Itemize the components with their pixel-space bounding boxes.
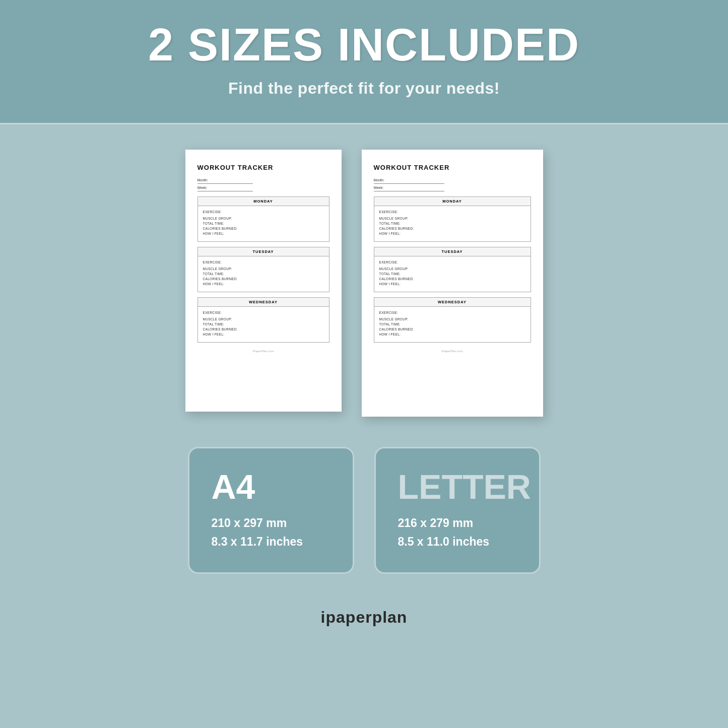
paper-right-monday: MONDAY EXERCISE: MUSCLE GROUP: TOTAL TIM… [374,196,531,242]
wednesday-header-right: WEDNESDAY [374,298,531,307]
footer: ipaperplan [0,599,728,636]
tuesday-content-left: EXERCISE: MUSCLE GROUP: TOTAL TIME: CALO… [198,256,329,292]
brand-name: ipaperplan [9,608,719,627]
paper-left-week: Week: [197,186,253,191]
letter-dimensions: 216 x 279 mm 8.5 x 11.0 inches [398,514,517,551]
tuesday-header-left: TUESDAY [198,247,329,256]
paper-right-title: WORKOUT TRACKER [374,164,531,171]
wednesday-header-left: WEDNESDAY [198,298,329,307]
paper-right-week: Week: [374,186,444,191]
a4-dim2: 8.3 x 11.7 inches [212,535,303,548]
banner-title: 2 SIZES INCLUDED [30,20,698,70]
paper-mockup-a4: WORKOUT TRACKER Month: Week: MONDAY EXER… [185,150,342,412]
paper-right-fields: Month: Week: [374,178,531,191]
letter-dim2: 8.5 x 11.0 inches [398,535,490,548]
monday-content-left: EXERCISE: MUSCLE GROUP: TOTAL TIME: CALO… [198,206,329,241]
tuesday-header-right: TUESDAY [374,247,531,256]
top-banner: 2 SIZES INCLUDED Find the perfect fit fo… [0,0,728,124]
paper-left-fields: Month: Week: [197,178,329,191]
size-card-a4: A4 210 x 297 mm 8.3 x 11.7 inches [188,447,354,574]
paper-right-wednesday: WEDNESDAY EXERCISE: MUSCLE GROUP: TOTAL … [374,297,531,343]
paper-left-monday: MONDAY EXERCISE: MUSCLE GROUP: TOTAL TIM… [197,196,329,242]
tuesday-content-right: EXERCISE: MUSCLE GROUP: TOTAL TIME: CALO… [374,256,531,292]
paper-left-month: Month: [197,178,253,184]
a4-title: A4 [212,470,330,504]
letter-title: LETTER [398,470,517,504]
monday-content-right: EXERCISE: MUSCLE GROUP: TOTAL TIME: CALO… [374,206,531,241]
monday-header-right: MONDAY [374,197,531,206]
size-cards-section: A4 210 x 297 mm 8.3 x 11.7 inches LETTER… [0,437,728,599]
paper-left-footer: iPaperPlan.com [197,350,329,353]
letter-dim1: 216 x 279 mm [398,516,474,530]
paper-right-month: Month: [374,178,444,184]
paper-mockups-section: WORKOUT TRACKER Month: Week: MONDAY EXER… [0,124,728,437]
paper-left-tuesday: TUESDAY EXERCISE: MUSCLE GROUP: TOTAL TI… [197,247,329,292]
paper-left-wednesday: WEDNESDAY EXERCISE: MUSCLE GROUP: TOTAL … [197,297,329,343]
size-card-letter: LETTER 216 x 279 mm 8.5 x 11.0 inches [374,447,541,574]
paper-right-tuesday: TUESDAY EXERCISE: MUSCLE GROUP: TOTAL TI… [374,247,531,292]
a4-dimensions: 210 x 297 mm 8.3 x 11.7 inches [212,514,330,551]
wednesday-content-right: EXERCISE: MUSCLE GROUP: TOTAL TIME: CALO… [374,307,531,342]
a4-dim1: 210 x 297 mm [212,516,287,530]
paper-left-title: WORKOUT TRACKER [197,164,329,171]
paper-right-footer: iPaperPlan.com [374,350,531,353]
banner-subtitle: Find the perfect fit for your needs! [30,79,698,98]
monday-header-left: MONDAY [198,197,329,206]
wednesday-content-left: EXERCISE: MUSCLE GROUP: TOTAL TIME: CALO… [198,307,329,342]
paper-mockup-letter: WORKOUT TRACKER Month: Week: MONDAY EXER… [362,150,543,417]
